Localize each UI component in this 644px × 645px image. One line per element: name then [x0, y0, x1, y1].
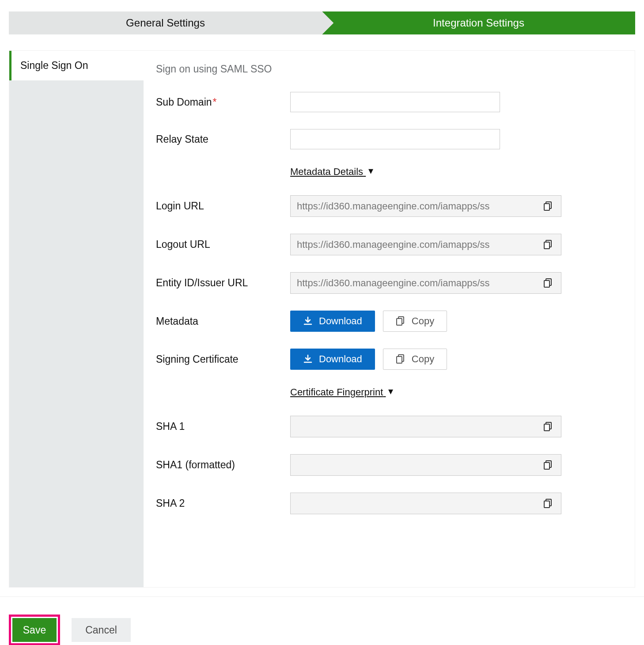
copy-sha1-formatted-button[interactable] — [542, 458, 555, 472]
entity-id-field: https://id360.manageengine.com/iamapps/s… — [297, 277, 542, 289]
sidebar-item-label: Single Sign On — [20, 60, 88, 71]
copy-icon — [543, 421, 553, 432]
settings-sidebar: Single Sign On — [9, 51, 144, 587]
copy-icon — [543, 460, 553, 470]
copy-certificate-button[interactable]: Copy — [383, 349, 447, 370]
label-metadata: Metadata — [156, 315, 290, 327]
copy-entity-id-button[interactable] — [542, 276, 555, 290]
label-relay-state: Relay State — [156, 133, 290, 145]
button-label: Copy — [412, 353, 434, 365]
label-signing-certificate: Signing Certificate — [156, 353, 290, 365]
copy-logout-url-button[interactable] — [542, 238, 555, 252]
label-sub-domain: Sub Domain* — [156, 96, 290, 108]
label-entity-id: Entity ID/Issuer URL — [156, 277, 290, 289]
copy-icon — [543, 201, 553, 212]
button-label: Download — [319, 353, 362, 365]
certificate-fingerprint-toggle[interactable]: Certificate Fingerprint ▾ — [290, 387, 393, 398]
disclosure-label: Certificate Fingerprint — [290, 387, 383, 398]
copy-sha1-button[interactable] — [542, 420, 555, 434]
tab-general-settings[interactable]: General Settings — [9, 11, 322, 34]
disclosure-label: Metadata Details — [290, 166, 363, 177]
label-sha1: SHA 1 — [156, 421, 290, 433]
button-label: Download — [319, 315, 362, 327]
label-logout-url: Logout URL — [156, 239, 290, 250]
copy-icon — [396, 354, 405, 364]
copy-icon — [543, 278, 553, 288]
tab-label: Integration Settings — [433, 17, 524, 29]
metadata-details-toggle[interactable]: Metadata Details ▾ — [290, 166, 373, 177]
copy-login-url-button[interactable] — [542, 199, 555, 213]
button-label: Copy — [412, 315, 434, 327]
sidebar-item-single-sign-on[interactable]: Single Sign On — [9, 51, 144, 80]
label-login-url: Login URL — [156, 200, 290, 212]
download-icon — [303, 316, 313, 326]
save-button-highlight: Save — [9, 615, 60, 645]
copy-icon — [543, 498, 553, 509]
download-metadata-button[interactable]: Download — [290, 311, 375, 332]
label-sha1-formatted: SHA1 (formatted) — [156, 459, 290, 471]
download-icon — [303, 354, 313, 364]
caret-down-icon: ▾ — [368, 165, 373, 177]
sub-domain-input[interactable] — [290, 92, 500, 112]
section-title: Sign on using SAML SSO — [156, 63, 629, 75]
relay-state-input[interactable] — [290, 129, 500, 149]
cancel-button[interactable]: Cancel — [72, 618, 131, 642]
tab-integration-settings[interactable]: Integration Settings — [322, 11, 635, 34]
label-sha2: SHA 2 — [156, 497, 290, 509]
tab-label: General Settings — [126, 17, 205, 29]
copy-metadata-button[interactable]: Copy — [383, 311, 447, 332]
logout-url-field: https://id360.manageengine.com/iamapps/s… — [297, 239, 542, 250]
copy-sha2-button[interactable] — [542, 497, 555, 511]
copy-icon — [396, 316, 405, 326]
save-button[interactable]: Save — [12, 618, 57, 642]
copy-icon — [543, 239, 553, 250]
login-url-field: https://id360.manageengine.com/iamapps/s… — [297, 201, 542, 212]
caret-down-icon: ▾ — [388, 386, 393, 397]
download-certificate-button[interactable]: Download — [290, 349, 375, 370]
